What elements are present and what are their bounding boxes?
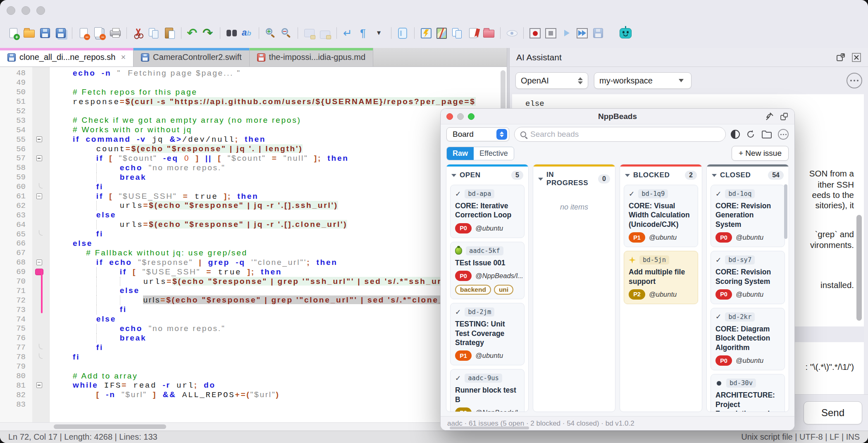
play-icon[interactable] xyxy=(560,26,573,40)
code-line-72[interactable]: 72 urls=$(echo "$response" | grep '"clon… xyxy=(0,295,507,305)
code-line-48[interactable]: 48echo -n " Fetching page $page... " xyxy=(0,69,507,78)
code-text[interactable]: else xyxy=(50,286,507,295)
zoom-window-button[interactable] xyxy=(36,6,45,15)
copyall-icon[interactable] xyxy=(451,26,464,40)
code-text[interactable]: urls=$(echo "$response" | jq -r '.[].clo… xyxy=(50,220,507,229)
code-text[interactable] xyxy=(50,107,507,116)
code-text[interactable]: count=$(echo "$response" | jq '. | lengt… xyxy=(50,144,507,154)
code-line-81[interactable]: 81while IFS= read -r url; do xyxy=(0,381,507,390)
popout-icon[interactable] xyxy=(836,52,846,62)
code-text[interactable]: break xyxy=(50,173,507,182)
code-text[interactable]: fi xyxy=(50,352,507,362)
view-select[interactable]: Board xyxy=(446,127,509,141)
code-line-55[interactable]: 55if command -v jq &>/dev/null; then xyxy=(0,135,507,144)
stop-icon[interactable] xyxy=(544,26,558,40)
drop-icon[interactable]: ▾ xyxy=(373,26,386,40)
undo-icon[interactable]: ↶ xyxy=(186,26,200,40)
popout-icon[interactable] xyxy=(780,112,789,121)
code-line-70[interactable]: 70 urls=$(echo "$response" | grep '"ssh_… xyxy=(0,277,507,286)
issue-card-bd-sy7[interactable]: ✓bd-sy7CORE: Revision Scoring SystemP0@u… xyxy=(711,251,785,304)
code-line-53[interactable]: 53# Check if we got an empty array (no m… xyxy=(0,116,507,125)
code-line-80[interactable]: 80# Add to array xyxy=(0,372,507,381)
code-text[interactable]: break xyxy=(50,333,507,343)
fold-collapse-icon[interactable] xyxy=(36,136,42,142)
code-line-68[interactable]: 68 if echo "$response" | grep -q '"clone… xyxy=(0,258,507,267)
pinkfolder-icon[interactable] xyxy=(482,26,496,40)
column-header[interactable]: BLOCKED2 xyxy=(620,167,702,183)
print-icon[interactable] xyxy=(108,26,122,40)
column-scrollbar-thumb[interactable] xyxy=(784,184,787,239)
code-line-66[interactable]: 66else xyxy=(0,239,507,248)
code-text[interactable]: [ -n "$url" ] && ALL_REPOS+=("$url") xyxy=(50,390,507,400)
code-line-82[interactable]: 82 [ -n "$url" ] && ALL_REPOS+=("$url") xyxy=(0,390,507,400)
docswitch-icon[interactable] xyxy=(435,26,448,40)
code-line-61[interactable]: 61 if [ "$USE_SSH" = true ]; then xyxy=(0,192,507,201)
code-line-77[interactable]: 77 fi xyxy=(0,343,507,352)
issue-card-aadc-9us[interactable]: ✓aadc-9usRunner block test BP2@NppBeads/… xyxy=(450,369,525,412)
docmap-icon[interactable] xyxy=(396,26,410,40)
folder-icon[interactable] xyxy=(761,130,772,139)
provider-select[interactable]: OpenAI xyxy=(515,72,588,89)
code-text[interactable]: echo "no more repos." xyxy=(50,324,507,333)
code-text[interactable] xyxy=(50,400,507,409)
toggle-raw[interactable]: Raw xyxy=(447,147,474,160)
code-line-52[interactable]: 52 xyxy=(0,107,507,116)
code-text[interactable]: if command -v jq &>/dev/null; then xyxy=(50,135,507,144)
chevron-down-icon[interactable] xyxy=(625,174,630,177)
code-line-62[interactable]: 62 urls=$(echo "$response" | jq -r '.[].… xyxy=(0,201,507,210)
fold-cell[interactable] xyxy=(32,192,50,201)
minimize-window-button[interactable] xyxy=(457,113,464,120)
issue-card-aadc-5kf[interactable]: aadc-5kfTEst Issue 001P0@NppBeads/l...ba… xyxy=(450,242,525,299)
code-text[interactable]: fi xyxy=(50,229,507,239)
redo-icon[interactable]: ↷ xyxy=(202,26,215,40)
code-line-59[interactable]: 59 break xyxy=(0,173,507,182)
tab-2[interactable]: CameraController2.swift xyxy=(134,48,250,67)
column-header[interactable]: CLOSED54 xyxy=(707,167,789,183)
code-text[interactable]: else xyxy=(50,239,507,248)
code-line-63[interactable]: 63 else xyxy=(0,210,507,220)
code-text[interactable]: fi xyxy=(50,305,507,314)
code-text[interactable]: while IFS= read -r url; do xyxy=(50,381,507,390)
workspace-select[interactable]: my-workspace xyxy=(594,72,692,89)
code-line-50[interactable]: 50# Fetch repos for this page xyxy=(0,88,507,97)
code-text[interactable]: urls=$(echo "$response" | grep '"ssh_url… xyxy=(50,277,507,286)
savemacro-icon[interactable] xyxy=(591,26,605,40)
board-horizontal-scrollbar[interactable] xyxy=(450,426,529,429)
zoomout-icon[interactable]: − xyxy=(279,26,293,40)
code-line-76[interactable]: 76 break xyxy=(0,333,507,343)
replace-icon[interactable]: ab xyxy=(241,26,254,40)
code-line-78[interactable]: 78fi xyxy=(0,352,507,362)
column-header[interactable]: IN PROGRESS0 xyxy=(533,167,615,191)
playmulti-icon[interactable] xyxy=(575,26,589,40)
robot-icon[interactable] xyxy=(619,26,632,40)
nppbeads-titlebar[interactable]: NppBeads xyxy=(441,109,794,124)
code-line-54[interactable]: 54# Works with or without jq xyxy=(0,125,507,135)
fold-collapse-icon[interactable] xyxy=(36,260,42,265)
zoom-window-button[interactable] xyxy=(468,113,475,120)
minimize-window-button[interactable] xyxy=(21,6,30,15)
code-text[interactable]: urls=$(echo "$response" | jq -r '.[].ssh… xyxy=(50,201,507,210)
fold-collapse-icon[interactable] xyxy=(36,193,42,199)
wrap-icon[interactable]: ↵ xyxy=(341,26,355,40)
code-line-57[interactable]: 57 if [ "$count" -eq 0 ] || [ "$count" =… xyxy=(0,154,507,163)
fold-collapse-icon[interactable] xyxy=(36,155,42,161)
tab-1[interactable]: clone_all_di...ne_repos.sh× xyxy=(0,48,134,67)
code-text[interactable]: if echo "$response" | grep -q '"clone_ur… xyxy=(50,258,507,267)
code-line-64[interactable]: 64 urls=$(echo "$response" | jq -r '.[].… xyxy=(0,220,507,229)
fold-cell[interactable] xyxy=(32,381,50,390)
editor-body[interactable]: 48echo -n " Fetching page $page... "4950… xyxy=(0,67,507,422)
eye-icon[interactable] xyxy=(505,26,519,40)
code-line-51[interactable]: 51response=$(curl -s "https://api.github… xyxy=(0,97,507,107)
code-text[interactable]: else xyxy=(50,314,507,324)
issue-card-bd-5jn[interactable]: bd-5jnAdd multiple file supportP2@ubuntu xyxy=(624,251,698,304)
code-text[interactable]: else xyxy=(50,210,507,220)
theme-toggle-icon[interactable] xyxy=(731,130,740,139)
fold-cell[interactable] xyxy=(32,258,50,267)
new-icon[interactable]: + xyxy=(7,26,20,40)
tab-3[interactable]: the-impossi...idia-gpus.md xyxy=(250,48,373,67)
code-text[interactable]: # Fallback without jq: use grep/sed xyxy=(50,248,507,258)
cut-icon[interactable] xyxy=(131,26,145,40)
sync2-icon[interactable] xyxy=(318,26,332,40)
issue-card-bd-apa[interactable]: ✓bd-apaCORE: Iterative Correction LoopP0… xyxy=(450,185,525,238)
code-line-49[interactable]: 49 xyxy=(0,78,507,88)
